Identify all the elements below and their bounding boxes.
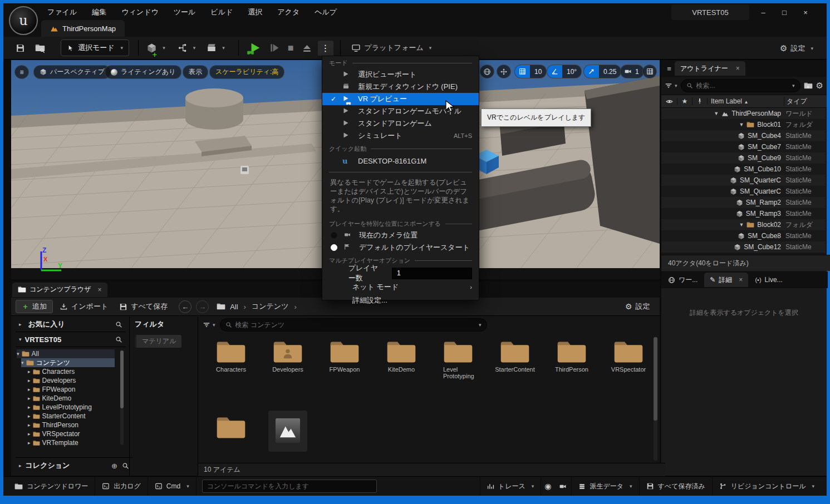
tree-item[interactable]: ▸ThirdPerson (28, 421, 126, 429)
table-row[interactable]: ▼Block02フォルダ (661, 219, 826, 230)
add-button[interactable]: ＋追加 (16, 300, 53, 313)
table-row[interactable]: ▼Block01フォルダ (661, 119, 826, 130)
select-mode-dropdown[interactable]: 選択モード ▾ (61, 39, 129, 56)
world-space-button[interactable] (480, 65, 494, 78)
perspective-dropdown[interactable]: パースペクティブ (33, 65, 111, 79)
back-button[interactable]: ← (179, 300, 191, 313)
insights-button[interactable]: ◉ (541, 477, 554, 496)
table-row[interactable]: SM_Cube7StaticMe (661, 141, 826, 152)
play-button[interactable] (245, 39, 264, 56)
asset-folder[interactable]: KiteDemo (374, 339, 429, 373)
play-options-button[interactable]: ⋮ (318, 41, 333, 56)
menu-item-new-editor-window[interactable]: 新規エディタウィンドウ (PIE) (322, 81, 479, 93)
close-icon[interactable]: × (98, 286, 102, 294)
menu-actor[interactable]: アクタ (273, 6, 303, 19)
table-row[interactable]: SM_Cube4StaticMe (661, 130, 826, 141)
asset-scrollbar[interactable] (654, 337, 657, 461)
tree-item[interactable]: ▸StarterContent (28, 412, 126, 421)
tree-item[interactable]: ▸VRTemplate (28, 438, 126, 447)
add-collection-icon[interactable]: ⊕ (111, 462, 117, 470)
favorite-column-icon[interactable]: ★ (677, 97, 693, 105)
outliner-settings-button[interactable]: ⚙ (816, 81, 823, 91)
cmd-dropdown[interactable]: Cmd▾ (148, 477, 197, 496)
tab-details[interactable]: ✎詳細 × (704, 273, 748, 287)
table-row[interactable]: SM_Ramp2StaticMe (661, 197, 826, 208)
menu-edit[interactable]: 編集 (88, 6, 110, 19)
table-row[interactable]: SM_Ramp3StaticMe (661, 208, 826, 219)
project-header[interactable]: ▾VRTEST05 (16, 332, 126, 347)
view-mode-dropdown[interactable]: ライティングあり (105, 65, 181, 79)
table-row[interactable]: SM_QuarterCStaticMe (661, 175, 826, 186)
stop-button[interactable]: ■ (284, 40, 297, 56)
table-row[interactable]: SM_Cube10StaticMe (661, 164, 826, 175)
blueprints-dropdown[interactable]: ▾ (174, 41, 199, 55)
close-button[interactable]: × (796, 6, 815, 19)
asset-folder[interactable]: VRSpectator (601, 339, 656, 373)
table-row[interactable]: SM_Cube12StaticMe (661, 241, 826, 253)
tree-item[interactable]: ▸Characters (28, 367, 126, 376)
player-count-input[interactable] (392, 268, 472, 279)
tree-item[interactable]: ▸KiteDemo (28, 394, 126, 403)
column-item-label[interactable]: Item Label ▲ (708, 97, 784, 105)
pin-column-icon[interactable] (693, 98, 708, 105)
eject-button[interactable] (298, 41, 316, 56)
tree-item-all[interactable]: ▾All (17, 349, 115, 358)
scale-snap-control[interactable]: 0.25 (583, 65, 621, 78)
add-actor-dropdown[interactable]: ＋ ▾ (143, 41, 169, 56)
menu-item-current-camera[interactable]: 現在のカメラ位置 (322, 229, 479, 241)
table-row[interactable]: ▼ThirdPersonMapワールド (661, 108, 826, 119)
snap-move-button[interactable] (497, 65, 511, 78)
filter-chip-material[interactable]: マテリアル (135, 335, 181, 348)
scalability-warning[interactable]: スケーラビリティ:高 (209, 65, 284, 79)
menu-select[interactable]: 選択 (244, 6, 266, 19)
console-command-input[interactable] (202, 480, 377, 493)
asset-filter-button[interactable]: ▾ (203, 321, 215, 329)
asset-folder[interactable]: Level Prototyping (431, 339, 485, 379)
save-button[interactable] (12, 41, 28, 55)
visibility-column-icon[interactable] (661, 98, 677, 105)
all-saved-button[interactable]: すべて保存済み (640, 477, 713, 496)
asset-folder[interactable]: FPWeapon (317, 339, 372, 373)
column-type[interactable]: タイプ (784, 97, 827, 106)
menu-build[interactable]: ビルド (207, 6, 237, 19)
tab-live-coding[interactable]: (•)Live... (749, 273, 788, 287)
menu-file[interactable]: ファイル (43, 6, 81, 19)
maximize-viewport-button[interactable] (642, 65, 657, 78)
table-row[interactable]: SM_Cube8StaticMe (661, 230, 826, 241)
menu-item-selected-viewport[interactable]: 選択ビューポート (322, 68, 479, 81)
favorites-header[interactable]: ▸​お気に入り (16, 317, 126, 332)
new-folder-button[interactable]: ＋ (804, 82, 813, 90)
menu-item-simulate[interactable]: シミュレート ALT+S (322, 130, 479, 142)
menu-item-default-player-start[interactable]: デフォルトのプレイヤースタート (322, 241, 479, 254)
menu-item-advanced-settings[interactable]: 詳細設定... (322, 294, 479, 307)
tab-content-browser[interactable]: コンテンツブラウザ × (12, 283, 107, 297)
tree-item[interactable]: ▸Developers (28, 376, 126, 385)
tab-outliner[interactable]: アウトライナー × (675, 61, 745, 76)
revision-control-dropdown[interactable]: リビジョンコントロール▾ (713, 477, 821, 496)
show-dropdown[interactable]: 表示 (183, 65, 208, 79)
angle-snap-control[interactable]: 10° (547, 65, 582, 78)
table-row[interactable]: SM_QuarterCStaticMe (661, 186, 826, 197)
derived-data-dropdown[interactable]: 派生データ▾ (572, 477, 639, 496)
menu-item-quick-device[interactable]: u DESKTOP-8161G1M (322, 154, 479, 167)
output-log-button[interactable]: 出力ログ (95, 477, 148, 496)
asset-folder[interactable]: ThirdPerson (544, 339, 599, 373)
import-button[interactable]: インポート (55, 299, 112, 314)
forward-button[interactable]: → (196, 300, 209, 313)
trace-dropdown[interactable]: トレース▾ (480, 477, 541, 496)
menu-help[interactable]: ヘルプ (311, 6, 341, 19)
tree-item-content[interactable]: ▾コンテンツ (21, 358, 115, 367)
table-row[interactable]: SM_Cube9StaticMe (661, 152, 826, 164)
close-icon[interactable]: × (739, 276, 743, 284)
frame-skip-button[interactable] (266, 40, 283, 56)
asset-folder[interactable]: StarterContent (488, 339, 542, 373)
grid-snap-control[interactable]: 10 (514, 65, 547, 78)
snapshot-button[interactable] (554, 477, 572, 496)
menu-window[interactable]: ウィンドウ (117, 6, 163, 19)
level-tab[interactable]: ThirdPersonMap (41, 20, 125, 37)
cinematics-dropdown[interactable]: ▾ (203, 41, 228, 55)
collections-header[interactable]: ▸コレクション ⊕ (16, 457, 132, 473)
content-browser-settings[interactable]: ⚙設定 (621, 299, 655, 314)
maximize-button[interactable]: □ (775, 6, 794, 19)
minimize-button[interactable]: – (754, 6, 773, 19)
